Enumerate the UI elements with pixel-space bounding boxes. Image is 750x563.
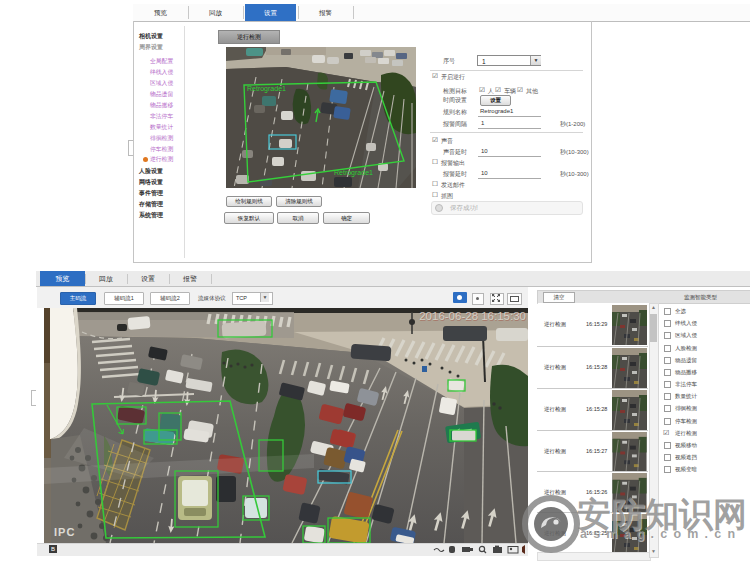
svg-text:IPC: IPC	[54, 526, 75, 538]
svg-text:Retrograde1: Retrograde1	[334, 169, 373, 177]
svg-text:Retrograde1: Retrograde1	[247, 85, 286, 93]
svg-text:2016-06-28 16:15:30: 2016-06-28 16:15:30	[419, 310, 526, 322]
